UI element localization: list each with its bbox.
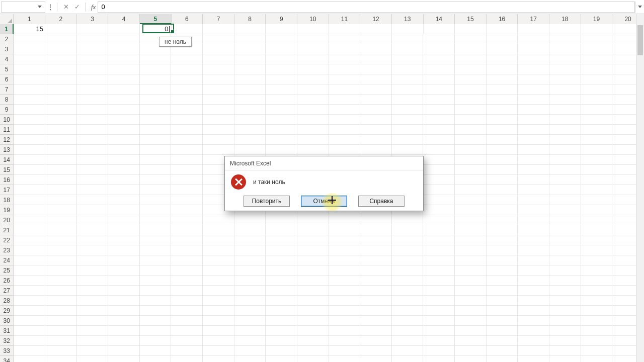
cell[interactable] <box>266 135 297 145</box>
row-header[interactable]: 13 <box>0 145 14 155</box>
cell[interactable] <box>581 165 613 175</box>
cell[interactable] <box>77 346 109 356</box>
cell[interactable] <box>518 34 549 44</box>
cell[interactable] <box>297 276 329 286</box>
cell[interactable] <box>518 125 549 135</box>
cell[interactable] <box>329 286 361 296</box>
column-header[interactable]: 14 <box>424 14 455 24</box>
cell[interactable] <box>234 215 266 225</box>
cell[interactable] <box>203 135 234 145</box>
cell[interactable] <box>171 105 203 115</box>
cell[interactable] <box>518 255 549 265</box>
cell[interactable] <box>140 316 172 326</box>
cell[interactable] <box>518 265 549 276</box>
cell[interactable] <box>549 185 581 195</box>
cell[interactable] <box>108 74 140 84</box>
cell[interactable] <box>487 44 518 54</box>
cell[interactable] <box>487 125 518 135</box>
cell[interactable] <box>392 326 424 336</box>
cell[interactable] <box>581 235 613 245</box>
cell[interactable] <box>266 44 297 54</box>
row-header[interactable]: 21 <box>0 225 14 235</box>
cell[interactable] <box>581 346 613 356</box>
cell[interactable] <box>392 265 424 276</box>
cell[interactable] <box>171 64 203 74</box>
cell[interactable] <box>77 125 109 135</box>
cell[interactable] <box>140 74 172 84</box>
row-header[interactable]: 2 <box>0 34 14 44</box>
cell[interactable] <box>581 195 613 205</box>
cell[interactable] <box>360 255 392 265</box>
cell[interactable] <box>423 326 455 336</box>
cell[interactable] <box>77 316 109 326</box>
cell[interactable] <box>203 44 234 54</box>
cell[interactable] <box>392 346 424 356</box>
cell[interactable] <box>14 245 45 255</box>
row-header[interactable]: 15 <box>0 165 14 175</box>
cell[interactable] <box>77 286 109 296</box>
cell[interactable] <box>549 135 581 145</box>
cell[interactable] <box>14 175 45 185</box>
cell[interactable] <box>392 215 424 225</box>
cell[interactable] <box>581 64 613 74</box>
cell[interactable] <box>234 64 266 74</box>
cell[interactable] <box>171 135 203 145</box>
cell[interactable] <box>45 155 77 165</box>
cell[interactable] <box>518 346 549 356</box>
cell[interactable] <box>423 235 455 245</box>
cell[interactable] <box>549 286 581 296</box>
cell[interactable] <box>392 95 424 105</box>
cell[interactable] <box>171 245 203 255</box>
cell[interactable] <box>392 34 424 44</box>
cell[interactable] <box>392 145 424 155</box>
cell[interactable] <box>518 24 549 34</box>
cell[interactable] <box>329 145 361 155</box>
cell[interactable] <box>140 265 172 276</box>
cell[interactable] <box>392 336 424 346</box>
cell[interactable] <box>266 125 297 135</box>
cell[interactable] <box>140 175 172 185</box>
cell[interactable] <box>455 95 487 105</box>
cell[interactable] <box>203 316 234 326</box>
cell[interactable] <box>266 336 297 346</box>
cell[interactable] <box>45 34 77 44</box>
cell[interactable] <box>487 225 518 235</box>
column-header[interactable]: 13 <box>392 14 424 24</box>
cell[interactable] <box>297 346 329 356</box>
cell[interactable] <box>77 235 109 245</box>
cell[interactable] <box>581 175 613 185</box>
cell[interactable] <box>266 34 297 44</box>
cell[interactable] <box>203 74 234 84</box>
cell[interactable] <box>487 74 518 84</box>
cell[interactable] <box>329 356 361 362</box>
cell[interactable] <box>423 155 455 165</box>
cell[interactable] <box>108 346 140 356</box>
cell[interactable] <box>266 115 297 125</box>
cell[interactable] <box>171 95 203 105</box>
cell[interactable] <box>45 125 77 135</box>
cell[interactable] <box>360 346 392 356</box>
cell[interactable] <box>45 195 77 205</box>
cell[interactable] <box>549 165 581 175</box>
cell[interactable] <box>77 135 109 145</box>
cell[interactable] <box>549 145 581 155</box>
cell[interactable] <box>77 34 109 44</box>
cell[interactable]: 0 <box>140 24 172 34</box>
retry-button[interactable]: Повторить <box>244 196 290 207</box>
cell[interactable] <box>45 64 77 74</box>
cell[interactable] <box>108 175 140 185</box>
cell[interactable] <box>329 265 361 276</box>
cell[interactable] <box>518 205 549 215</box>
cell[interactable] <box>423 165 455 175</box>
cell[interactable] <box>77 64 109 74</box>
cell[interactable] <box>392 356 424 362</box>
column-header[interactable]: 1 <box>14 14 45 24</box>
cell[interactable] <box>423 64 455 74</box>
cell[interactable] <box>581 34 613 44</box>
cell[interactable] <box>329 225 361 235</box>
cell[interactable] <box>329 255 361 265</box>
cell[interactable] <box>203 265 234 276</box>
cell[interactable] <box>455 195 487 205</box>
cell[interactable] <box>14 64 45 74</box>
cell[interactable] <box>45 105 77 115</box>
